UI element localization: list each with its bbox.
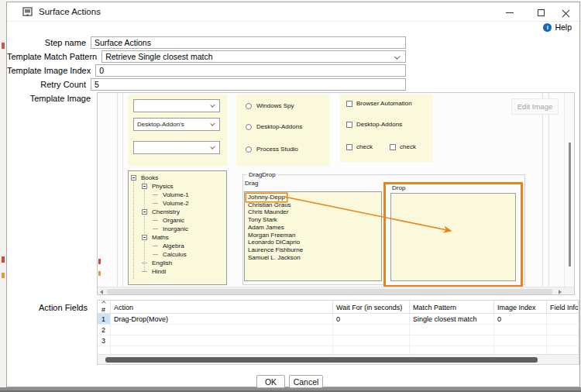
table-cell[interactable] [547, 335, 579, 346]
table-cell[interactable] [333, 325, 410, 335]
table-scroll-thumb[interactable] [105, 357, 538, 363]
tree-expander-icon [153, 194, 158, 195]
horizontal-scroll-thumb[interactable] [107, 289, 552, 294]
step-name-label: Step name [7, 36, 91, 49]
table-cell[interactable] [494, 325, 547, 335]
tree-item: Inorganic [129, 225, 226, 233]
drag-list-item: Johnny-Depp [246, 194, 381, 201]
help-button[interactable]: i Help [543, 22, 572, 32]
checkbox-icon [346, 122, 352, 128]
table-cell[interactable] [333, 335, 410, 346]
table-cell[interactable] [547, 314, 579, 325]
table-cell[interactable]: 0 [333, 314, 410, 325]
column-header[interactable]: Field Infor [547, 301, 579, 314]
preview-dropdown: Desktop-Addon's [133, 118, 220, 131]
row-number[interactable]: 1 [98, 314, 111, 325]
drag-list: Johnny-Depp Christian Graus Chris Maunde… [244, 191, 382, 281]
column-header[interactable]: Image Index [494, 301, 547, 314]
chevron-down-icon [394, 53, 401, 60]
column-header[interactable]: Wait For (in seconds) [333, 301, 410, 314]
chevron-down-icon [210, 102, 215, 107]
template-match-pattern-select[interactable]: Retrieve Single closest match [101, 50, 406, 63]
background-artifact [2, 273, 5, 278]
tree-expander-icon [142, 263, 147, 263]
drag-list-item: Chris Maunder [246, 208, 381, 216]
tree-expander-icon [142, 209, 147, 215]
scroll-left-icon[interactable] [100, 290, 103, 294]
ok-button[interactable]: OK [256, 375, 285, 388]
background-app-sliver [0, 0, 6, 392]
preview-divider [548, 93, 549, 287]
help-label: Help [555, 22, 572, 32]
drag-list-item: Laurence Fishburne [246, 246, 381, 254]
template-match-pattern-label: Template Match Pattern [7, 50, 101, 63]
close-button[interactable] [555, 5, 576, 20]
surface-actions-dialog: Surface Actions i Help Step name Templat… [6, 2, 580, 387]
row-number[interactable]: 2 [98, 325, 111, 335]
table-cell[interactable] [410, 335, 494, 346]
minimize-button[interactable] [500, 5, 520, 20]
tree-item: Volume-1 [129, 191, 226, 199]
edit-image-button[interactable]: Edit Image [511, 98, 559, 115]
preview-vertical-scrollbar[interactable] [564, 93, 574, 287]
preview-divider [542, 93, 543, 287]
scroll-right-icon[interactable] [559, 290, 562, 294]
template-image-label: Template Image [7, 94, 91, 103]
table-body: 1Drag-Drop(Move)0Single closest match023 [98, 314, 579, 357]
background-artifact [2, 256, 5, 263]
retry-count-input[interactable] [91, 78, 406, 91]
close-icon [562, 9, 570, 17]
sort-caret-icon [101, 301, 106, 305]
tree-expander-icon [153, 220, 158, 221]
table-cell[interactable] [111, 325, 333, 335]
step-name-input[interactable] [91, 36, 406, 49]
preview-horizontal-scrollbar[interactable] [98, 287, 575, 295]
tree-item: Volume-2 [129, 199, 226, 208]
drag-list-item: Tony Stark [246, 216, 381, 224]
row-number[interactable]: 3 [98, 335, 111, 346]
vertical-scroll-thumb[interactable] [569, 143, 571, 266]
maximize-button[interactable] [531, 5, 551, 20]
radio-panel: Windows Spy Desktop-Addons Process Studi… [236, 95, 329, 166]
chevron-down-icon [210, 121, 215, 126]
drag-list-item: Morgan Freeman [246, 232, 381, 239]
table-cell[interactable] [547, 325, 579, 335]
image-artifact [98, 271, 101, 276]
cancel-button[interactable]: Cancel [289, 375, 323, 388]
column-header[interactable]: Match Pattern [410, 301, 494, 314]
tree-item: Chemistry [129, 208, 226, 216]
drag-list-item: Leonardo DiCaprio [246, 239, 381, 246]
image-artifact [98, 259, 101, 264]
checkbox-icon [390, 144, 396, 150]
title-bar[interactable]: Surface Actions [7, 2, 579, 22]
template-image-preview: Desktop-Addon's Windows Spy Desktop-Addo… [97, 92, 575, 295]
radio-icon [246, 103, 252, 109]
table-cell[interactable]: Single closest match [410, 314, 494, 325]
table-cell[interactable] [410, 325, 494, 335]
tree-item: English [129, 259, 226, 267]
radio-icon [246, 124, 252, 130]
table-cell[interactable] [494, 335, 547, 346]
table-horizontal-scrollbar[interactable] [98, 354, 579, 364]
table-cell[interactable]: 0 [494, 314, 547, 325]
chevron-down-icon [210, 144, 215, 149]
drop-label: Drop [392, 184, 405, 191]
tree-item: Calculus [129, 250, 226, 259]
tree-expander-icon [153, 254, 158, 255]
action-fields-table: #ActionWait For (in seconds)Match Patter… [97, 300, 579, 365]
template-image-index-input[interactable] [95, 64, 406, 77]
drag-label: Drag [245, 180, 258, 187]
table-cell[interactable]: Drag-Drop(Move) [111, 314, 333, 325]
dragdrop-group: DragDrop Drag Johnny-Depp Christian Grau… [242, 174, 525, 285]
dropdown-panel: Desktop-Addon's [128, 95, 227, 166]
tree-expander-icon [153, 203, 158, 204]
table-cell[interactable] [111, 335, 333, 346]
info-icon: i [543, 23, 552, 32]
column-header[interactable]: # [98, 301, 111, 314]
drag-list-item: Adam James [246, 224, 381, 232]
tree-item: Algebra [129, 242, 226, 250]
drag-list-item: Christian Graus [246, 201, 381, 209]
column-header[interactable]: Action [111, 301, 333, 314]
background-artifact [2, 43, 5, 49]
preview-divider [122, 93, 123, 287]
